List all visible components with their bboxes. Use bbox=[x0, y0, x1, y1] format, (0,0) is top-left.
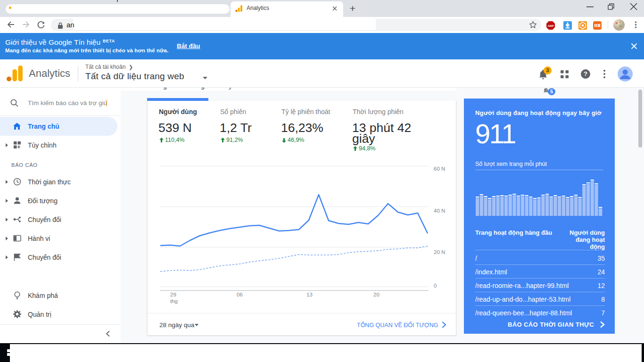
svg-text:ABP: ABP bbox=[547, 24, 553, 27]
